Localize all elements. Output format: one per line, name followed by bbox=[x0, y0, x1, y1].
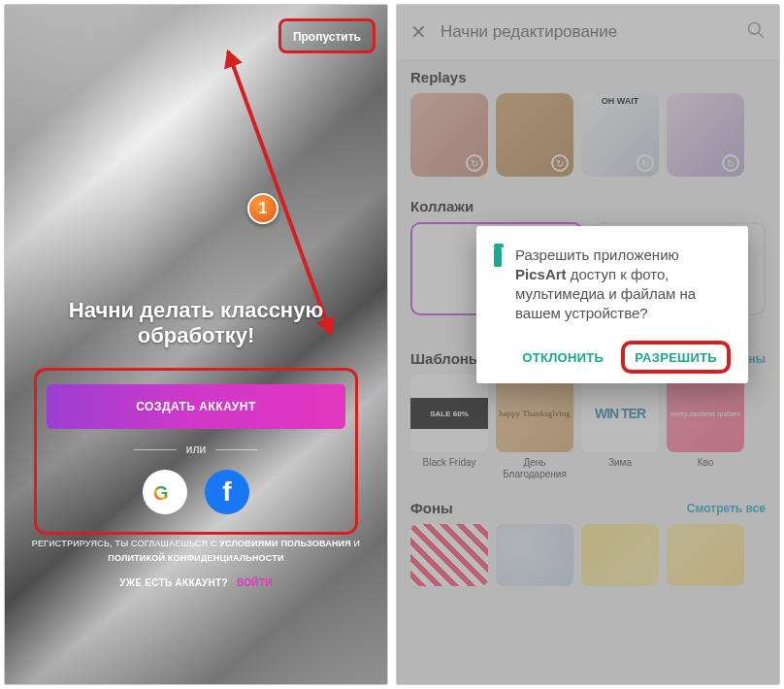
login-row: УЖЕ ЕСТЬ АККАУНТ? ВОЙТИ bbox=[5, 577, 387, 588]
dialog-message: Разрешить приложению PicsArt доступ к фо… bbox=[515, 246, 731, 323]
editor-home-screen: ✕ Начни редактирование Replays ↻ ↻ OH WA… bbox=[396, 4, 780, 685]
facebook-button[interactable]: f bbox=[205, 470, 249, 514]
tagline: Начни делать классную обработку! bbox=[5, 298, 387, 348]
allow-button[interactable]: РАЗРЕШИТЬ bbox=[631, 348, 721, 367]
have-account-text: УЖЕ ЕСТЬ АККАУНТ? bbox=[119, 577, 227, 588]
annotation-box-2: РАЗРЕШИТЬ bbox=[621, 341, 731, 374]
google-button[interactable] bbox=[143, 470, 187, 514]
create-account-button[interactable]: СОЗДАТЬ АККАУНТ bbox=[47, 384, 345, 429]
login-link[interactable]: ВОЙТИ bbox=[237, 577, 273, 588]
app-name: PicsArt bbox=[515, 266, 567, 282]
terms-text: РЕГИСТРИРУЯСЬ, ТЫ СОГЛАШАЕШЬСЯ С УСЛОВИЯ… bbox=[24, 537, 368, 566]
social-row: f bbox=[47, 470, 345, 514]
skip-button[interactable]: Пропустить bbox=[278, 18, 376, 53]
onboarding-screen: Пропустить 1 Начни делать классную обраб… bbox=[4, 4, 388, 685]
google-icon bbox=[153, 480, 177, 504]
terms-link[interactable]: УСЛОВИЯМИ ПОЛЬЗОВАНИЯ bbox=[219, 539, 351, 548]
create-account-label: СОЗДАТЬ АККАУНТ bbox=[136, 400, 256, 413]
annotation-box-1: СОЗДАТЬ АККАУНТ или f bbox=[34, 368, 358, 535]
privacy-link[interactable]: ПОЛИТИКОЙ КОНФИДЕНЦИАЛЬНОСТИ bbox=[108, 553, 283, 563]
or-divider: или bbox=[47, 443, 345, 456]
or-text: или bbox=[186, 443, 206, 456]
folder-icon bbox=[494, 247, 502, 267]
dialog-actions: ОТКЛОНИТЬ РАЗРЕШИТЬ bbox=[494, 341, 731, 374]
deny-button[interactable]: ОТКЛОНИТЬ bbox=[512, 343, 613, 373]
step-badge-1: 1 bbox=[247, 193, 278, 224]
facebook-icon: f bbox=[222, 476, 231, 508]
permission-dialog: Разрешить приложению PicsArt доступ к фо… bbox=[476, 226, 748, 383]
skip-label: Пропустить bbox=[293, 30, 361, 44]
